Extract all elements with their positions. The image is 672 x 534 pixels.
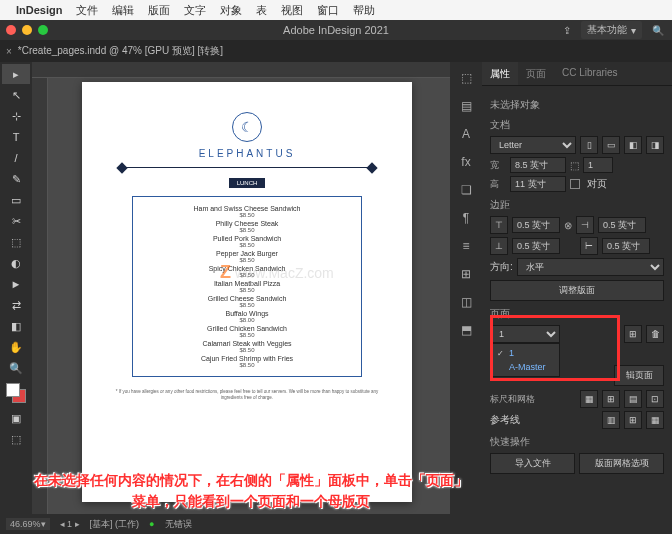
brand-name: ELEPHANTUS [112,148,382,159]
height-input[interactable] [510,176,566,192]
menu-layout[interactable]: 版面 [148,3,170,18]
eyedropper-tool[interactable]: ◧ [2,316,30,336]
gradient-tool[interactable]: ◐ [2,253,30,273]
screen-mode[interactable]: ⬚ [2,429,30,449]
tab-close-icon[interactable]: × [6,46,12,57]
selection-tool[interactable]: ▸ [2,64,30,84]
document-page[interactable]: ☾ ELEPHANTUS LUNCH Ham and Swiss Cheese … [82,82,412,502]
grid-icon-1[interactable]: ▦ [580,390,598,408]
strip-color-icon[interactable]: ⬒ [452,318,480,342]
orientation-portrait-icon[interactable]: ▯ [580,136,598,154]
grid-icon-2[interactable]: ⊞ [602,390,620,408]
app-title-bar: Adobe InDesign 2021 ⇪ 基本功能 ▾ 🔍 [0,20,672,40]
page-nav[interactable]: ◂ 1 ▸ [60,519,80,529]
tab-pages[interactable]: 页面 [518,62,554,85]
guides-icon-1[interactable]: ▥ [602,411,620,429]
workspace-selector[interactable]: 基本功能 ▾ [581,21,642,39]
new-page-icon[interactable]: ⊞ [624,325,642,343]
search-icon[interactable]: 🔍 [652,25,664,36]
properties-panel: 属性 页面 CC Libraries 未选择对象 文档 Letter ▯ ▭ ◧… [482,62,672,534]
tab-cc-libraries[interactable]: CC Libraries [554,62,626,85]
popup-item-amaster[interactable]: A-Master [491,360,559,374]
pen-tool[interactable]: ✎ [2,169,30,189]
preset-select[interactable]: Letter [490,136,576,154]
zoom-tool[interactable]: 🔍 [2,358,30,378]
import-file-button[interactable]: 导入文件 [490,453,575,474]
color-swatch[interactable] [6,383,26,403]
menu-file[interactable]: 文件 [76,3,98,18]
page-selector[interactable]: 1 [490,325,560,343]
margin-top-input[interactable] [512,217,560,233]
status-basic[interactable]: [基本] (工作) [90,518,140,531]
app-menu[interactable]: InDesign [16,4,62,16]
height-label: 高 [490,178,506,191]
width-input[interactable] [510,157,566,173]
strip-pages-icon[interactable]: ⬚ [452,66,480,90]
margin-bottom-input[interactable] [512,238,560,254]
status-errors: 无错误 [165,518,192,531]
tab-properties[interactable]: 属性 [482,62,518,85]
menu-edit[interactable]: 编辑 [112,3,134,18]
window-minimize-button[interactable] [22,25,32,35]
adjust-layout-button[interactable]: 调整版面 [490,280,664,301]
guides-icon-2[interactable]: ⊞ [624,411,642,429]
binding-ltr-icon[interactable]: ◧ [624,136,642,154]
toolbox: ▸ ↖ ⊹ T / ✎ ▭ ✂ ⬚ ◐ ► ⇄ ◧ ✋ 🔍 ▣ ⬚ [0,62,32,534]
strip-stroke-icon[interactable]: ◫ [452,290,480,314]
link-margins-icon[interactable]: ⊗ [564,220,572,231]
menu-type[interactable]: 文字 [184,3,206,18]
strip-char-icon[interactable]: A [452,122,480,146]
window-maximize-button[interactable] [38,25,48,35]
direct-selection-tool[interactable]: ↖ [2,85,30,105]
divider [122,167,372,168]
binding-rtl-icon[interactable]: ◨ [646,136,664,154]
grid-icon-3[interactable]: ▤ [624,390,642,408]
delete-page-icon[interactable]: 🗑 [646,325,664,343]
margin-top-icon: ⊤ [490,216,508,234]
guides-icon-3[interactable]: ▦ [646,411,664,429]
edit-spread-button[interactable]: 辑页面 [614,365,664,386]
canvas[interactable]: ☾ ELEPHANTUS LUNCH Ham and Swiss Cheese … [32,62,450,534]
page-tool[interactable]: ⊹ [2,106,30,126]
facing-pages-checkbox[interactable] [570,179,580,189]
fill-color[interactable] [6,383,20,397]
margin-right-input[interactable] [602,238,650,254]
line-tool[interactable]: / [2,148,30,168]
menu-help[interactable]: 帮助 [353,3,375,18]
scissors-tool[interactable]: ✂ [2,211,30,231]
menu-view[interactable]: 视图 [281,3,303,18]
zoom-control[interactable]: 46.69% ▾ [6,518,50,530]
horizontal-ruler[interactable] [32,62,450,78]
document-tab[interactable]: × *Create_pages.indd @ 47% [GPU 预览] [转换] [6,44,223,58]
rectangle-tool[interactable]: ▭ [2,190,30,210]
menu-object[interactable]: 对象 [220,3,242,18]
strip-effects-icon[interactable]: fx [452,150,480,174]
grid-icon-4[interactable]: ⊡ [646,390,664,408]
note-tool[interactable]: ⇄ [2,295,30,315]
margin-bottom-icon: ⊥ [490,237,508,255]
type-tool[interactable]: T [2,127,30,147]
vertical-ruler[interactable] [32,78,48,534]
margin-left-input[interactable] [598,217,646,233]
grid-options-button[interactable]: 版面网格选项 [579,453,664,474]
strip-table-icon[interactable]: ⊞ [452,262,480,286]
menu-window[interactable]: 窗口 [317,3,339,18]
share-icon[interactable]: ⇪ [563,25,571,36]
frame-tool[interactable]: ⬚ [2,232,30,252]
menu-table[interactable]: 表 [256,3,267,18]
popup-item-page1[interactable]: ✓1 [491,346,559,360]
strip-swatches-icon[interactable]: ❏ [452,178,480,202]
window-close-button[interactable] [6,25,16,35]
orientation-landscape-icon[interactable]: ▭ [602,136,620,154]
panel-strip: ⬚ ▤ A fx ❏ ¶ ≡ ⊞ ◫ ⬒ [450,62,482,534]
hand-tool[interactable]: ✋ [2,337,30,357]
strip-links-icon[interactable]: ≡ [452,234,480,258]
strip-layers-icon[interactable]: ▤ [452,94,480,118]
direction-select[interactable]: 水平 [517,258,664,276]
strip-paragraph-icon[interactable]: ¶ [452,206,480,230]
view-mode[interactable]: ▣ [2,408,30,428]
menu-food-item: Italian Meatball Pizza$8.50 [143,280,351,293]
pages-count-input[interactable] [583,157,613,173]
menu-food-item: Buffalo Wings$8.00 [143,310,351,323]
free-transform-tool[interactable]: ► [2,274,30,294]
